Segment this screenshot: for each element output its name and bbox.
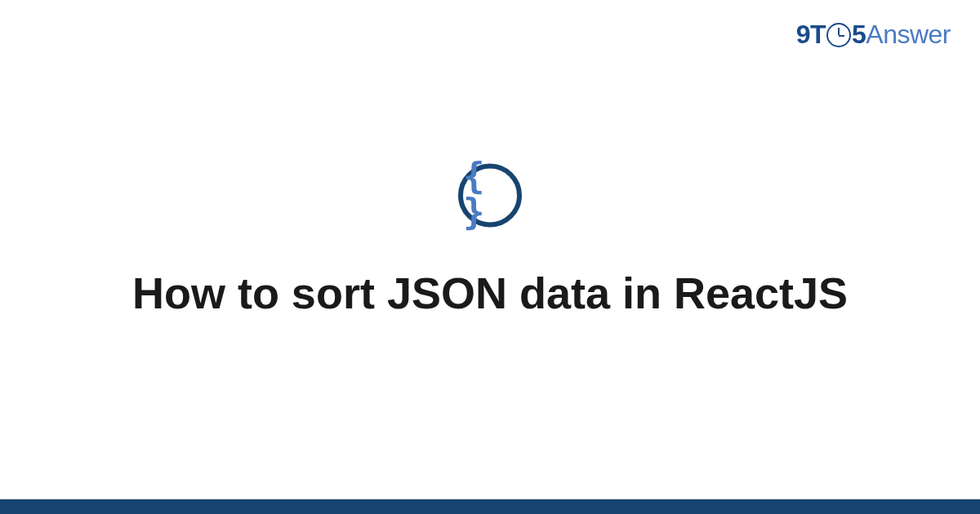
topic-badge: { } [458, 164, 522, 228]
clock-icon [826, 23, 851, 47]
logo-text-five: 5 [852, 20, 866, 50]
footer-accent-bar [0, 499, 980, 514]
logo-text-t: T [810, 20, 826, 50]
site-logo[interactable]: 9 T 5 Answer [796, 20, 951, 50]
main-content: { } How to sort JSON data in ReactJS [0, 164, 980, 320]
question-title: How to sort JSON data in ReactJS [100, 267, 880, 320]
logo-text-answer: Answer [866, 20, 951, 50]
logo-text-nine: 9 [796, 20, 810, 50]
json-braces-icon: { } [463, 158, 517, 230]
